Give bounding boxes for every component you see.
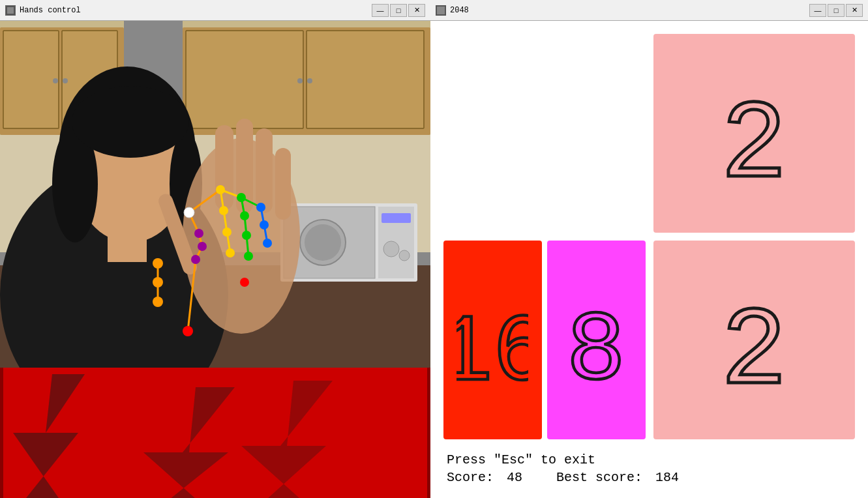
- svg-point-68: [244, 252, 253, 261]
- game-titlebar: 2048 — □ ✕: [430, 0, 868, 21]
- svg-point-57: [194, 229, 203, 238]
- svg-marker-77: [143, 387, 235, 498]
- svg-point-65: [237, 193, 246, 202]
- arrows-svg: [0, 368, 430, 498]
- game-minimize-button[interactable]: —: [809, 4, 826, 17]
- tile-2-top-svg: 2: [708, 75, 800, 192]
- svg-point-59: [191, 255, 200, 264]
- hands-close-button[interactable]: ✕: [408, 4, 425, 17]
- hands-minimize-button[interactable]: —: [372, 4, 389, 17]
- svg-point-74: [153, 297, 163, 307]
- game-2048-window: 2048 — □ ✕ 2 16: [430, 0, 868, 498]
- svg-line-53: [189, 190, 220, 212]
- tile-8: 8: [547, 241, 646, 439]
- hands-control-window: Hands control — □ ✕: [0, 0, 430, 498]
- press-esc-text: Press "Esc" to exit: [447, 452, 852, 467]
- svg-point-62: [219, 206, 228, 215]
- best-score-label: Best score:: [556, 470, 642, 485]
- tile-bottom-right: 2: [653, 241, 856, 439]
- red-bottom-area: [0, 368, 430, 498]
- svg-point-63: [222, 227, 232, 237]
- svg-point-69: [256, 203, 265, 212]
- tile-8-svg: 8: [567, 282, 625, 399]
- hands-titlebar: Hands control — □ ✕: [0, 0, 430, 21]
- svg-point-58: [198, 242, 207, 251]
- score-line: Score: 48 Best score: 184: [447, 470, 852, 485]
- game-info-panel: Press "Esc" to exit Score: 48 Best score…: [437, 446, 861, 491]
- svg-text:2: 2: [721, 290, 787, 399]
- svg-point-75: [240, 278, 249, 287]
- tile-top-right: 2: [653, 34, 856, 233]
- svg-point-70: [260, 220, 269, 229]
- camera-feed-area: [0, 21, 430, 498]
- svg-line-42: [188, 259, 196, 331]
- svg-text:2: 2: [721, 83, 787, 192]
- hands-titlebar-controls: — □ ✕: [372, 4, 425, 17]
- svg-rect-79: [0, 368, 3, 498]
- svg-point-60: [183, 326, 193, 336]
- svg-point-66: [240, 211, 249, 220]
- game-grid: 2 16 8 2: [437, 27, 861, 446]
- svg-point-56: [184, 207, 194, 218]
- svg-point-61: [216, 185, 225, 194]
- svg-text:16: 16: [456, 299, 528, 398]
- tile-top-left: [443, 34, 646, 233]
- svg-marker-76: [13, 374, 85, 498]
- hands-maximize-button[interactable]: □: [390, 4, 407, 17]
- svg-point-71: [263, 239, 272, 248]
- tile-bottom-left-group: 16 8: [443, 241, 646, 439]
- tile-16-svg: 16: [456, 282, 528, 399]
- score-label: Score:: [447, 470, 494, 485]
- svg-rect-1: [7, 7, 14, 14]
- svg-point-67: [242, 231, 251, 240]
- game-maximize-button[interactable]: □: [828, 4, 845, 17]
- game-window-title: 2048: [450, 6, 809, 15]
- svg-point-73: [153, 277, 163, 287]
- score-value: 48: [507, 470, 522, 485]
- hands-window-title: Hands control: [20, 6, 372, 15]
- best-score-value: 184: [655, 470, 679, 485]
- svg-marker-78: [241, 381, 333, 498]
- svg-point-64: [226, 248, 235, 257]
- game-content-area: 2 16 8 2: [430, 21, 868, 498]
- svg-point-72: [153, 258, 163, 269]
- game-window-icon: [436, 5, 446, 16]
- svg-rect-82: [437, 7, 445, 14]
- game-titlebar-controls: — □ ✕: [809, 4, 863, 17]
- tile-16: 16: [443, 241, 542, 439]
- tile-2-bottom-svg: 2: [708, 282, 800, 399]
- svg-text:8: 8: [567, 295, 625, 399]
- game-close-button[interactable]: ✕: [846, 4, 863, 17]
- hands-window-icon: [5, 5, 16, 16]
